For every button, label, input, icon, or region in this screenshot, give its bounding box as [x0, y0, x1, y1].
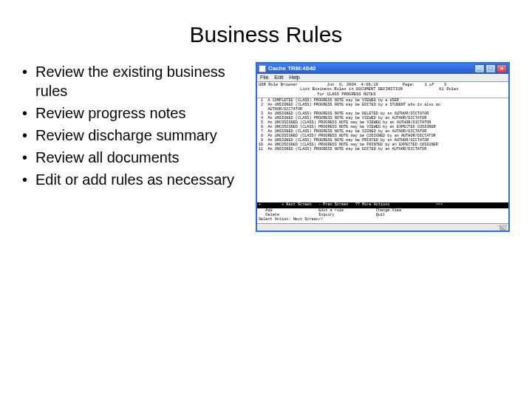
window-title: Cache TRM:4040 [268, 65, 316, 72]
app-icon [259, 65, 266, 72]
screenshot-window: Cache TRM:4040 _ □ × File Edit Help USR … [256, 62, 510, 232]
action-grid: Add Edit a rule Change View Delete Inqui… [257, 208, 508, 223]
bullet-item: Edit or add rules as necessary [22, 170, 244, 189]
bullet-list: Review the existing business rules Revie… [22, 62, 244, 232]
maximize-button[interactable]: □ [485, 64, 496, 73]
window-controls: _ □ × [474, 64, 507, 73]
statusbar [257, 223, 508, 231]
bullet-item: Review discharge summary [22, 126, 244, 145]
titlebar-left: Cache TRM:4040 [259, 65, 316, 72]
slide-title: Business Rules [0, 0, 532, 62]
menubar: File Edit Help [257, 74, 508, 82]
bullet-item: Review progress notes [22, 103, 244, 123]
minimize-button[interactable]: _ [474, 64, 485, 73]
menu-edit[interactable]: Edit [274, 75, 283, 81]
menu-file[interactable]: File [260, 75, 268, 81]
resize-grip-icon[interactable] [499, 225, 507, 231]
prompt[interactable]: Select Action: Next Screen// [259, 217, 323, 222]
rule-row: 11 An UNSIGNED (CLASS) PROGRESS NOTE may… [259, 147, 426, 151]
terminal-header: USR Rule Browser Jun 6, 2004 4:06:19 Pag… [257, 82, 508, 98]
close-button[interactable]: × [497, 64, 507, 73]
bullet-item: Review all documents [22, 148, 244, 167]
content-row: Review the existing business rules Revie… [0, 62, 532, 232]
bullet-item: Review the existing business rules [22, 62, 244, 100]
menu-help[interactable]: Help [289, 75, 299, 81]
titlebar: Cache TRM:4040 _ □ × [257, 64, 508, 74]
rule-list: 1 A COMPLETED (CLASS) PROGRESS NOTE may … [257, 98, 508, 202]
nav-bar: + + Next Screen - Prev Screen ?? More Ac… [257, 202, 508, 208]
